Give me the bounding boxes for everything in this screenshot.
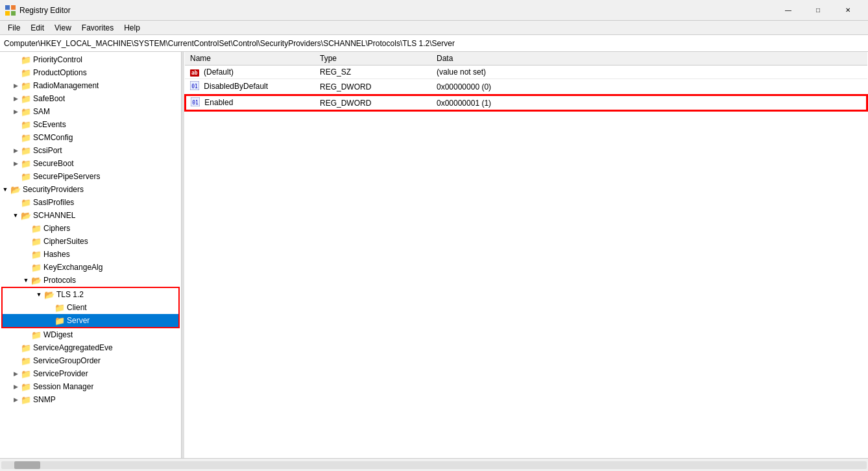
reg-type-icon-ab: ab — [190, 69, 199, 77]
svg-rect-2 — [5, 11, 10, 16]
reg-name: Enabled — [204, 98, 233, 107]
tree-item-radiomanagement[interactable]: ▶ 📁 RadioManagement — [0, 79, 181, 92]
reg-data: 0x00000000 (0) — [431, 79, 867, 95]
tree-item-securityproviders[interactable]: ▼ 📂 SecurityProviders — [0, 183, 181, 196]
folder-icon: 📁 — [21, 107, 31, 116]
svg-text:01: 01 — [191, 84, 198, 90]
expand-icon[interactable]: ▶ — [10, 394, 21, 405]
reg-type: REG_SZ — [315, 66, 431, 79]
folder-icon: 📁 — [54, 303, 65, 312]
col-name: Name — [185, 52, 315, 66]
folder-icon: 📁 — [31, 263, 42, 272]
tree-item-serviceprovider[interactable]: ▶ 📁 ServiceProvider — [0, 367, 181, 380]
menu-help[interactable]: Help — [119, 22, 145, 34]
menu-file[interactable]: File — [3, 22, 25, 34]
folder-icon: 📁 — [21, 159, 31, 168]
table-row[interactable]: 01 DisabledByDefault REG_DWORD 0x0000000… — [185, 79, 867, 95]
table-row-enabled-highlighted[interactable]: 01 Enabled REG_DWORD 0x00000001 (1) — [185, 95, 867, 111]
menu-view[interactable]: View — [49, 22, 77, 34]
expand-icon[interactable]: ▼ — [10, 210, 21, 221]
expand-icon[interactable]: ▶ — [10, 158, 21, 169]
close-button[interactable]: ✕ — [833, 0, 863, 21]
tree-item-protocols[interactable]: ▼ 📂 Protocols — [0, 274, 181, 287]
folder-icon: 📁 — [21, 172, 31, 181]
expand-icon[interactable]: ▶ — [10, 368, 21, 379]
tree-item-securepipeservers[interactable]: 📁 SecurePipeServers — [0, 170, 181, 183]
app-icon — [5, 5, 16, 16]
folder-icon: 📂 — [21, 211, 31, 220]
right-panel: Name Type Data ab (Default) REG_SZ (valu… — [184, 52, 868, 458]
reg-type: REG_DWORD — [315, 95, 431, 111]
reg-data: 0x00000001 (1) — [431, 95, 867, 111]
title-bar: Registry Editor — □ ✕ — [0, 0, 868, 21]
tree-item-productoptions[interactable]: 📁 ProductOptions — [0, 66, 181, 79]
registry-table: Name Type Data ab (Default) REG_SZ (valu… — [184, 52, 868, 112]
tree-item-ciphersuites[interactable]: 📁 CipherSuites — [0, 235, 181, 248]
tls-highlight-box: ▼ 📂 TLS 1.2 📁 Client 📁 Server — [1, 287, 180, 328]
tree-item-scevents[interactable]: 📁 ScEvents — [0, 118, 181, 131]
reg-data: (value not set) — [431, 66, 867, 79]
minimize-button[interactable]: — — [773, 0, 803, 21]
tree-item-snmp[interactable]: ▶ 📁 SNMP — [0, 393, 181, 406]
folder-icon: 📂 — [10, 185, 21, 194]
tree-item-serviceaggregatedeve[interactable]: 📁 ServiceAggregatedEve — [0, 341, 181, 354]
expand-icon[interactable]: ▶ — [10, 381, 21, 392]
expand-icon[interactable]: ▼ — [21, 275, 31, 285]
address-path: Computer\HKEY_LOCAL_MACHINE\SYSTEM\Curre… — [4, 39, 455, 48]
folder-icon: 📁 — [21, 198, 31, 207]
folder-icon: 📁 — [21, 94, 31, 103]
svg-rect-0 — [5, 5, 10, 10]
scrollbar-thumb[interactable] — [14, 461, 40, 469]
menu-bar: File Edit View Favorites Help — [0, 21, 868, 35]
expand-icon[interactable]: ▶ — [10, 106, 21, 117]
tree-item-ciphers[interactable]: 📁 Ciphers — [0, 222, 181, 235]
folder-icon: 📁 — [54, 316, 65, 325]
menu-favorites[interactable]: Favorites — [77, 22, 119, 34]
folder-icon: 📁 — [21, 133, 31, 142]
tree-item-secureboot[interactable]: ▶ 📁 SecureBoot — [0, 157, 181, 170]
expand-icon[interactable]: ▼ — [34, 289, 44, 300]
maximize-button[interactable]: □ — [803, 0, 833, 21]
col-data: Data — [431, 52, 867, 66]
tree-item-servicegrouporder[interactable]: 📁 ServiceGroupOrder — [0, 354, 181, 367]
tree-item-scsiport[interactable]: ▶ 📁 ScsiPort — [0, 144, 181, 157]
tree-item-keyexchangealg[interactable]: 📁 KeyExchangeAlg — [0, 261, 181, 274]
tree-item-wdigest[interactable]: 📁 WDigest — [0, 328, 181, 341]
tree-item-prioritycontrol[interactable]: 📁 PriorityControl — [0, 53, 181, 66]
folder-icon: 📁 — [31, 250, 42, 259]
folder-icon: 📂 — [44, 290, 54, 299]
folder-icon: 📁 — [21, 68, 31, 77]
horizontal-scrollbar[interactable] — [0, 458, 868, 471]
tree-item-scmconfig[interactable]: 📁 SCMConfig — [0, 131, 181, 144]
folder-icon: 📁 — [31, 237, 42, 246]
table-row[interactable]: ab (Default) REG_SZ (value not set) — [185, 66, 867, 79]
reg-name: (Default) — [204, 67, 234, 77]
tree-item-client[interactable]: 📁 Client — [3, 301, 178, 314]
tree-panel[interactable]: 📁 PriorityControl 📁 ProductOptions ▶ 📁 R… — [0, 52, 182, 458]
expand-icon[interactable]: ▶ — [10, 145, 21, 156]
tree-item-sessionmanager[interactable]: ▶ 📁 Session Manager — [0, 380, 181, 393]
tree-item-schannel[interactable]: ▼ 📂 SCHANNEL — [0, 209, 181, 222]
svg-rect-1 — [11, 5, 16, 10]
tree-item-tls12[interactable]: ▼ 📂 TLS 1.2 — [3, 288, 178, 301]
folder-icon: 📁 — [21, 146, 31, 155]
tree-item-saslprofiles[interactable]: 📁 SaslProfiles — [0, 196, 181, 209]
tree-item-server[interactable]: 📁 Server — [3, 314, 178, 327]
scrollbar-track[interactable] — [1, 461, 867, 469]
expand-icon[interactable]: ▶ — [10, 80, 21, 91]
folder-icon: 📂 — [31, 276, 42, 285]
folder-icon: 📁 — [21, 120, 31, 129]
reg-type: REG_DWORD — [315, 79, 431, 95]
tree-item-sam[interactable]: ▶ 📁 SAM — [0, 105, 181, 118]
menu-edit[interactable]: Edit — [25, 22, 49, 34]
tree-item-hashes[interactable]: 📁 Hashes — [0, 248, 181, 261]
main-content: 📁 PriorityControl 📁 ProductOptions ▶ 📁 R… — [0, 52, 868, 458]
reg-type-icon-dword: 01 — [191, 97, 200, 108]
reg-type-icon-dword: 01 — [190, 81, 199, 92]
reg-name: DisabledByDefault — [204, 82, 268, 91]
svg-text:01: 01 — [192, 100, 199, 106]
tree-item-safeboot[interactable]: ▶ 📁 SafeBoot — [0, 92, 181, 105]
expand-icon[interactable]: ▶ — [10, 93, 21, 104]
expand-icon[interactable]: ▼ — [0, 184, 10, 195]
folder-icon: 📁 — [21, 382, 31, 391]
